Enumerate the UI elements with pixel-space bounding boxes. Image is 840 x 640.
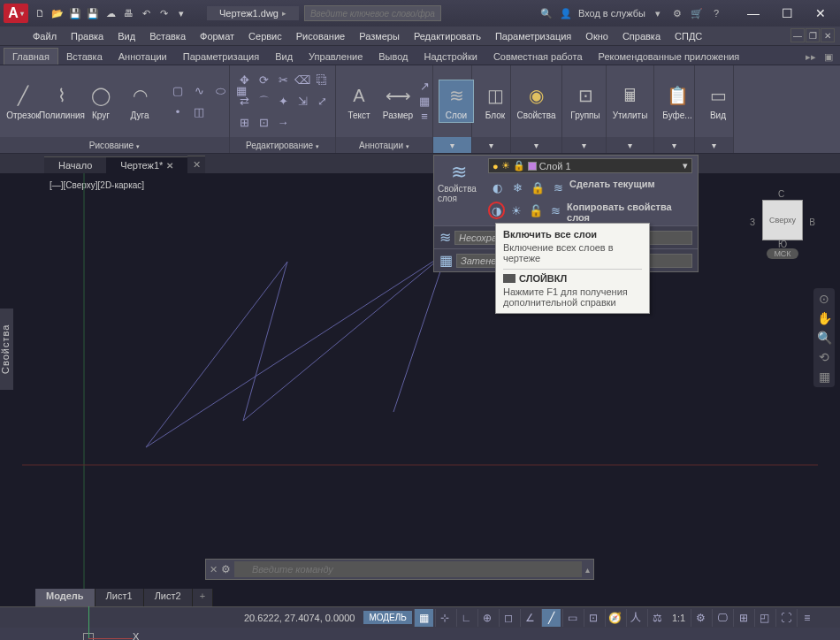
menu-parametric[interactable]: Параметризация xyxy=(489,29,577,43)
ortho-toggle[interactable]: ∟ xyxy=(456,609,476,627)
signin-dropdown-icon[interactable]: ▾ xyxy=(651,8,665,19)
region-icon[interactable]: ◫ xyxy=(189,103,209,122)
snap-toggle[interactable]: ⊹ xyxy=(435,609,454,627)
arc-button[interactable]: ◠Дуга xyxy=(122,80,157,122)
copy-layer-props-label[interactable]: Копировать свойства слоя xyxy=(567,202,692,223)
tab-layout2[interactable]: Лист2 xyxy=(144,589,193,606)
viewbase-button[interactable]: ▭Вид xyxy=(700,80,736,122)
orbit-icon[interactable]: ⟲ xyxy=(819,350,829,364)
qat-cloud-icon[interactable]: ☁ xyxy=(103,5,118,21)
layer-copy-icon[interactable]: ≋ xyxy=(547,202,564,219)
menu-view[interactable]: Вид xyxy=(111,29,141,43)
maximize-button[interactable]: ☐ xyxy=(771,3,803,24)
layer-unlock-icon[interactable]: 🔓 xyxy=(528,202,545,219)
tab-collaborate[interactable]: Совместная работа xyxy=(485,49,591,65)
model-space-button[interactable]: МОДЕЛЬ xyxy=(363,611,411,624)
menu-edit[interactable]: Правка xyxy=(65,29,110,43)
explode-icon[interactable]: ✦ xyxy=(274,92,292,111)
menu-spds[interactable]: СПДС xyxy=(668,29,708,43)
tab-view[interactable]: Вид xyxy=(267,49,301,65)
clipboard-button[interactable]: 📋Буфе... xyxy=(660,80,695,122)
help-search-input[interactable] xyxy=(304,5,441,21)
tab-model[interactable]: Модель xyxy=(35,589,95,606)
panel-utils-expand[interactable]: ▾ xyxy=(628,141,632,150)
panel-view-expand[interactable]: ▾ xyxy=(712,141,716,150)
lineweight-toggle[interactable]: ╱ xyxy=(541,609,561,627)
viewport-label[interactable]: [—][Сверху][2D-каркас] xyxy=(50,180,144,190)
coordinates[interactable]: 20.6222, 27.4074, 0.0000 xyxy=(244,613,355,623)
new-layout-button[interactable]: + xyxy=(193,589,213,606)
menu-help[interactable]: Справка xyxy=(616,29,667,43)
minimize-button[interactable]: — xyxy=(737,3,769,24)
menu-insert[interactable]: Вставка xyxy=(143,29,192,43)
polar-toggle[interactable]: ⊕ xyxy=(477,609,497,627)
tab-featured[interactable]: Рекомендованные приложения xyxy=(591,49,748,65)
ribbon-expand-icon[interactable]: ▸▸ xyxy=(803,49,819,65)
doc-restore-button[interactable]: ❐ xyxy=(806,28,820,42)
tab-annotate[interactable]: Аннотации xyxy=(111,49,175,65)
annotation-visibility-icon[interactable]: 人 xyxy=(626,609,645,627)
spline-icon[interactable]: ∿ xyxy=(189,81,209,101)
make-current-label[interactable]: Сделать текущим xyxy=(569,179,655,196)
table-icon[interactable]: ▦ xyxy=(419,95,430,108)
doc-close-button[interactable]: ✕ xyxy=(821,28,835,42)
copy-icon[interactable]: ⿻ xyxy=(313,71,331,90)
qat-plot-icon[interactable]: 🖶 xyxy=(120,5,136,21)
command-input[interactable] xyxy=(234,561,582,577)
mtext-icon[interactable]: ≡ xyxy=(419,110,430,123)
extend-icon[interactable]: → xyxy=(274,113,292,133)
ellipse-icon[interactable]: ⬭ xyxy=(210,81,230,101)
share-icon[interactable]: ▸ xyxy=(282,9,286,18)
menu-modify[interactable]: Редактировать xyxy=(408,29,487,43)
tab-home[interactable]: Главная xyxy=(4,48,58,65)
annotation-scale[interactable]: 1:1 xyxy=(668,613,689,623)
fullnav-icon[interactable]: ⊙ xyxy=(819,292,829,306)
menu-tools[interactable]: Сервис xyxy=(242,29,288,43)
osnap-track-toggle[interactable]: ∠ xyxy=(520,609,539,627)
tab-parametric[interactable]: Параметризация xyxy=(175,49,267,65)
groups-button[interactable]: ⊡Группы xyxy=(568,80,603,122)
layer-lock-icon[interactable]: 🔒 xyxy=(529,179,546,196)
chevron-down-icon[interactable]: ▾ xyxy=(683,160,688,171)
menu-window[interactable]: Окно xyxy=(579,29,615,43)
menu-draw[interactable]: Рисование xyxy=(290,29,351,43)
move-icon[interactable]: ✥ xyxy=(235,71,253,90)
rotate-icon[interactable]: ⟳ xyxy=(255,71,272,90)
user-icon[interactable]: 👤 xyxy=(559,8,573,19)
dimension-button[interactable]: ⟷Размер xyxy=(380,80,416,122)
tab-layout1[interactable]: Лист1 xyxy=(95,589,144,606)
layers-button[interactable]: ≋Слои xyxy=(439,80,474,123)
layer-thaw-icon[interactable]: ☀ xyxy=(508,202,524,219)
exchange-icon[interactable]: ⚙ xyxy=(670,8,684,19)
close-button[interactable]: ✕ xyxy=(805,3,836,24)
panel-draw-label[interactable]: Рисование xyxy=(89,141,140,150)
qat-save-icon[interactable]: 💾 xyxy=(67,5,83,21)
cart-icon[interactable]: 🛒 xyxy=(690,8,704,19)
panel-clip-expand[interactable]: ▾ xyxy=(672,141,676,150)
layer-off-icon[interactable]: ◐ xyxy=(488,179,506,196)
menu-format[interactable]: Формат xyxy=(194,29,241,43)
pan-icon[interactable]: ✋ xyxy=(817,311,832,325)
customize-status-icon[interactable]: ≡ xyxy=(797,609,816,627)
hardware-accel-icon[interactable]: ⊞ xyxy=(733,609,752,627)
tab-output[interactable]: Вывод xyxy=(370,49,416,65)
layer-filter-icon[interactable]: ▦ xyxy=(439,252,453,269)
annotation-scale-icon[interactable]: 🧭 xyxy=(605,609,624,627)
zoom-icon[interactable]: 🔍 xyxy=(817,331,832,345)
qat-undo-icon[interactable]: ↶ xyxy=(138,5,154,21)
utilities-button[interactable]: 🖩Утилиты xyxy=(612,80,648,122)
signin-link[interactable]: Вход в службы xyxy=(578,8,645,19)
stretch-icon[interactable]: ⇲ xyxy=(294,92,311,111)
panel-edit-label[interactable]: Редактирование xyxy=(246,141,319,150)
text-button[interactable]: AТекст xyxy=(341,80,377,122)
tab-close-icon[interactable]: ✕ xyxy=(166,161,173,171)
erase-icon[interactable]: ⌫ xyxy=(294,71,311,90)
doc-min-button[interactable]: — xyxy=(790,28,805,42)
tab-manage[interactable]: Управление xyxy=(301,49,370,65)
properties-button[interactable]: ◉Свойства xyxy=(516,80,556,122)
cmdline-close-icon[interactable]: ✕ xyxy=(210,564,218,575)
transparency-toggle[interactable]: ▭ xyxy=(562,609,582,627)
line-button[interactable]: ╱Отрезок xyxy=(5,80,41,122)
tab-drawing1[interactable]: Чертеж1*✕ xyxy=(106,156,187,173)
polyline-button[interactable]: ⌇Полилиния xyxy=(44,80,80,122)
